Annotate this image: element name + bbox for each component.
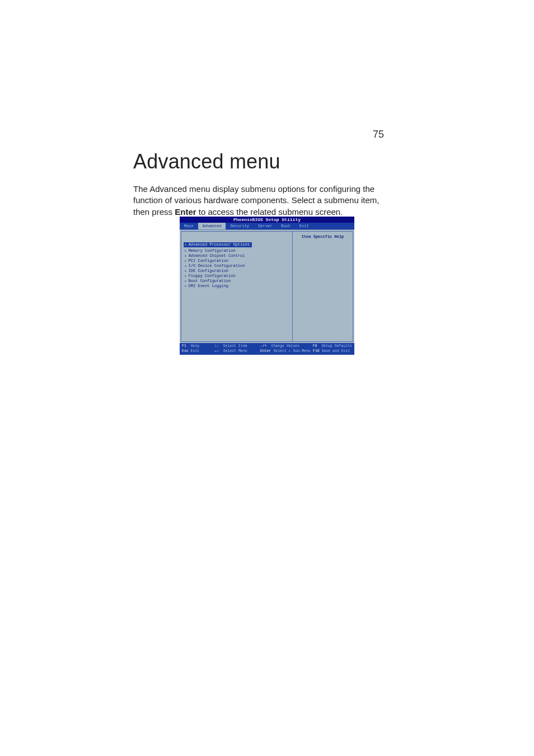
bios-item-label: I/O Device Configuration [189,264,245,268]
triangle-icon: ▸ [185,259,187,263]
triangle-icon: ▸ [185,284,187,288]
label-select-submenu: Select ▸ Sub-Menu [273,349,310,354]
page-number: 75 [373,129,384,140]
bios-body: ▸Advanced Processor Options ▸Memory Conf… [180,229,354,343]
bios-item-chipset-control[interactable]: ▸Advanced Chipset Control [184,253,290,259]
bios-screenshot: PhoenixBIOS Setup Utility Main Advanced … [180,217,354,355]
key-f9: F9 [313,344,317,349]
bios-tab-boot[interactable]: Boot [277,223,295,229]
bios-item-label: Floppy Configuration [189,274,236,278]
bios-tab-main[interactable]: Main [180,223,198,229]
bios-item-label: Advanced Processor Options [189,242,250,247]
paragraph-post: to access the related submenu screen. [196,207,343,217]
key-f10: F10 [313,349,320,354]
bios-item-io-device-config[interactable]: ▸I/O Device Configuration [184,264,290,269]
bios-item-boot-config[interactable]: ▸Boot Configuration [184,279,290,284]
bios-item-label: DMI Event Logging [189,284,228,288]
label-save-exit: Save and Exit [322,349,350,354]
bios-footer: F1 Help ↑↓ Select Item -/+ Change Values… [180,343,354,355]
bios-help-title: Item Specific Help [295,234,350,240]
key-esc: Esc [182,349,189,354]
bios-item-label: Memory Configuration [189,248,236,253]
page-title: Advanced menu [133,150,391,173]
key-updown: ↑↓ [214,344,219,349]
bios-item-label: Boot Configuration [189,279,231,283]
bios-tab-exit[interactable]: Exit [295,223,313,229]
key-leftright: ←→ [214,349,219,354]
triangle-icon: ▸ [185,269,187,273]
bios-item-label: Advanced Chipset Control [189,253,245,258]
triangle-icon: ▸ [185,249,187,253]
bios-item-ide-config[interactable]: ▸IDE Configuration [184,269,290,274]
triangle-icon: ▸ [185,264,187,268]
bios-help-pane: Item Specific Help [293,231,353,342]
label-select-menu: Select Menu [223,349,247,354]
triangle-icon: ▸ [185,274,187,278]
bios-tab-server[interactable]: Server [254,223,277,229]
label-change-values: Change Values [271,344,299,349]
label-help: Help [191,344,200,349]
bios-item-memory-config[interactable]: ▸Memory Configuration [184,248,290,253]
intro-paragraph: The Advanced menu display submenu option… [133,184,391,218]
bios-item-advanced-processor[interactable]: ▸Advanced Processor Options [184,242,252,247]
bios-item-dmi-event-logging[interactable]: ▸DMI Event Logging [184,284,290,289]
paragraph-bold-enter: Enter [175,207,196,217]
content-block: Advanced menu The Advanced menu display … [133,150,391,218]
bios-item-floppy-config[interactable]: ▸Floppy Configuration [184,274,290,279]
bios-title-bar: PhoenixBIOS Setup Utility [180,217,354,223]
bios-tab-bar: Main Advanced Security Server Boot Exit [180,223,354,229]
triangle-icon: ▸ [185,254,187,258]
bios-menu-pane: ▸Advanced Processor Options ▸Memory Conf… [181,231,293,342]
bios-item-label: PCI Configuration [189,259,228,263]
label-exit: Exit [191,349,200,354]
triangle-icon: ▸ [185,243,187,247]
key-plusminus: -/+ [260,344,267,349]
label-select-item: Select Item [223,344,247,349]
label-setup-defaults: Setup Defaults [321,344,352,349]
key-f1: F1 [182,344,186,349]
bios-tab-advanced[interactable]: Advanced [198,223,226,229]
bios-item-pci-config[interactable]: ▸PCI Configuration [184,259,290,264]
bios-tab-security[interactable]: Security [226,223,254,229]
key-enter: Enter [260,349,271,354]
bios-item-label: IDE Configuration [189,269,228,273]
triangle-icon: ▸ [185,279,187,283]
